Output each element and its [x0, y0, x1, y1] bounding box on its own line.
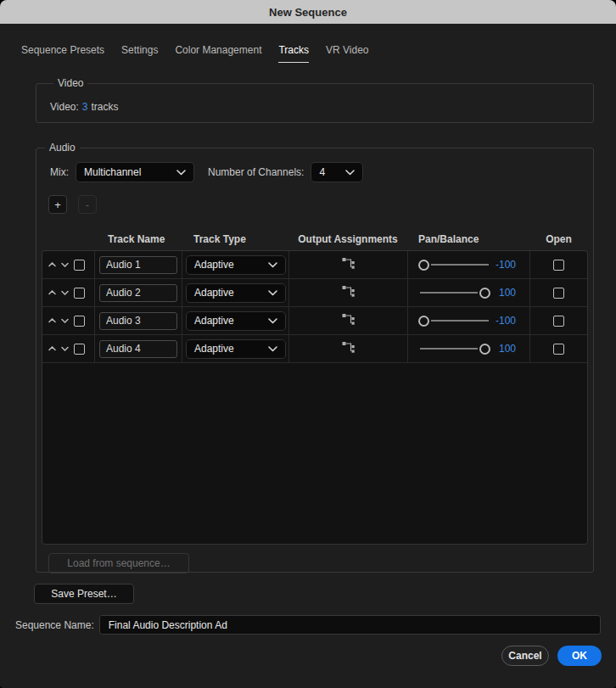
- remove-track-button[interactable]: -: [78, 195, 97, 214]
- track-table-header: Track Name Track Type Output Assignments…: [42, 228, 588, 250]
- track-open-cell: [530, 335, 587, 362]
- chevron-down-icon: [268, 262, 277, 268]
- move-track-down-icon[interactable]: [61, 346, 69, 351]
- pan-track-line: [431, 320, 489, 322]
- move-track-down-icon[interactable]: [61, 318, 69, 323]
- pan-knob[interactable]: [418, 316, 429, 327]
- track-type-dropdown[interactable]: Adaptive: [186, 255, 286, 275]
- cancel-button[interactable]: Cancel: [501, 646, 549, 666]
- track-type-value: Adaptive: [194, 259, 234, 271]
- track-row: Adaptive 100: [42, 279, 587, 307]
- video-tracks-count[interactable]: 3: [82, 101, 88, 113]
- move-track-up-icon[interactable]: [48, 346, 56, 351]
- track-name-input[interactable]: [99, 312, 177, 330]
- track-type-cell: Adaptive: [182, 251, 289, 278]
- video-section-legend: Video: [53, 77, 87, 89]
- pan-knob[interactable]: [418, 260, 429, 271]
- track-select-checkbox[interactable]: [74, 288, 85, 299]
- track-open-checkbox[interactable]: [553, 316, 564, 327]
- new-sequence-dialog: New Sequence Sequence Presets Settings C…: [0, 0, 616, 688]
- track-type-cell: Adaptive: [182, 335, 289, 362]
- channels-dropdown-value: 4: [319, 166, 325, 178]
- add-track-button[interactable]: +: [48, 195, 67, 214]
- move-track-up-icon[interactable]: [48, 290, 56, 295]
- track-table: Adaptive -100: [42, 250, 588, 545]
- move-track-down-icon[interactable]: [61, 262, 69, 267]
- header-track-type: Track Type: [182, 233, 288, 245]
- move-track-down-icon[interactable]: [61, 290, 69, 295]
- track-select-checkbox[interactable]: [74, 344, 85, 355]
- output-assignments-cell: [289, 307, 408, 334]
- sequence-name-label: Sequence Name:: [15, 619, 94, 631]
- header-pan-balance: Pan/Balance: [407, 233, 529, 245]
- pan-knob[interactable]: [479, 288, 490, 299]
- move-track-up-icon[interactable]: [48, 318, 56, 323]
- output-assignments-cell: [289, 251, 408, 278]
- output-assignment-icon[interactable]: [342, 284, 355, 301]
- track-type-dropdown[interactable]: Adaptive: [186, 311, 286, 331]
- video-tracks-row: Video: 3 tracks: [50, 101, 580, 113]
- sequence-name-input[interactable]: [99, 615, 601, 635]
- tab-tracks[interactable]: Tracks: [278, 44, 309, 63]
- chevron-down-icon: [268, 290, 277, 296]
- track-open-checkbox[interactable]: [553, 260, 564, 271]
- pan-value[interactable]: 100: [490, 287, 516, 299]
- pan-track-line: [431, 264, 489, 266]
- output-assignment-icon[interactable]: [342, 312, 355, 329]
- pan-value[interactable]: -100: [490, 315, 516, 327]
- track-type-cell: Adaptive: [182, 307, 289, 334]
- dialog-titlebar: New Sequence: [0, 0, 616, 24]
- pan-balance-slider[interactable]: 100: [408, 335, 530, 362]
- pan-knob[interactable]: [479, 344, 490, 355]
- ok-button[interactable]: OK: [557, 646, 602, 666]
- audio-section: Audio Mix: Multichannel Number of Channe…: [36, 142, 594, 573]
- chevron-down-icon: [176, 170, 186, 176]
- track-open-cell: [530, 279, 587, 306]
- track-name-input[interactable]: [99, 284, 177, 302]
- track-name-input[interactable]: [99, 256, 177, 274]
- channels-dropdown[interactable]: 4: [311, 162, 363, 182]
- save-preset-button[interactable]: Save Preset…: [34, 584, 134, 604]
- tab-settings[interactable]: Settings: [121, 44, 158, 63]
- tab-vr-video[interactable]: VR Video: [326, 44, 368, 63]
- header-open: Open: [529, 233, 588, 245]
- track-controls-cell: [42, 307, 95, 334]
- pan-value[interactable]: 100: [490, 343, 516, 355]
- pan-balance-slider[interactable]: 100: [408, 279, 530, 306]
- track-name-cell: [95, 251, 182, 278]
- track-type-cell: Adaptive: [182, 279, 289, 306]
- dialog-footer-buttons: Cancel OK: [0, 646, 602, 666]
- track-select-checkbox[interactable]: [74, 316, 85, 327]
- tab-color-management[interactable]: Color Management: [175, 44, 261, 63]
- output-assignment-icon[interactable]: [342, 340, 355, 357]
- audio-section-legend: Audio: [45, 142, 80, 154]
- pan-track-line: [420, 348, 478, 350]
- track-open-checkbox[interactable]: [553, 344, 564, 355]
- pan-balance-slider[interactable]: -100: [408, 307, 530, 334]
- tab-bar: Sequence Presets Settings Color Manageme…: [21, 44, 616, 63]
- output-assignment-icon[interactable]: [342, 256, 355, 273]
- track-type-dropdown[interactable]: Adaptive: [186, 283, 286, 303]
- video-tracks-suffix: tracks: [92, 101, 119, 113]
- tab-sequence-presets[interactable]: Sequence Presets: [21, 44, 104, 63]
- pan-track-line: [420, 292, 478, 294]
- track-controls-cell: [42, 335, 95, 362]
- mix-dropdown[interactable]: Multichannel: [76, 162, 194, 182]
- track-controls-cell: [42, 251, 95, 278]
- output-assignments-cell: [289, 279, 408, 306]
- dialog-title: New Sequence: [269, 6, 347, 19]
- track-name-cell: [95, 279, 182, 306]
- pan-balance-slider[interactable]: -100: [408, 251, 530, 278]
- track-type-value: Adaptive: [194, 315, 234, 327]
- track-select-checkbox[interactable]: [74, 260, 85, 271]
- track-name-input[interactable]: [99, 340, 177, 358]
- channels-label: Number of Channels:: [208, 166, 304, 178]
- track-controls-cell: [42, 279, 95, 306]
- move-track-up-icon[interactable]: [48, 262, 56, 267]
- track-open-checkbox[interactable]: [553, 288, 564, 299]
- pan-value[interactable]: -100: [490, 259, 516, 271]
- header-track-name: Track Name: [94, 233, 182, 245]
- load-from-sequence-button[interactable]: Load from sequence…: [48, 553, 189, 573]
- track-type-dropdown[interactable]: Adaptive: [186, 339, 286, 359]
- mix-label: Mix:: [50, 166, 69, 178]
